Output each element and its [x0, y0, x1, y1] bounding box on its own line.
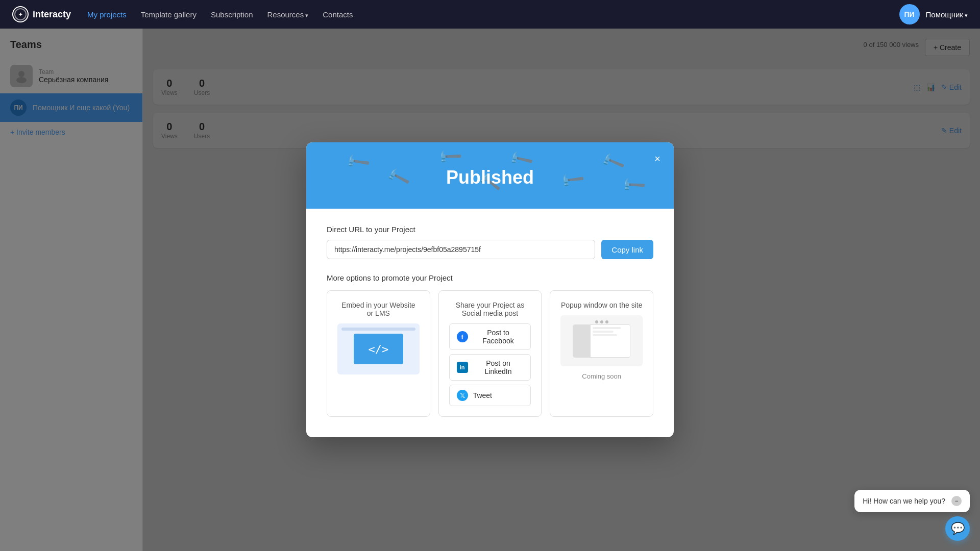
modal-title: Published	[306, 167, 674, 188]
popup-option-card: Popup window on the site	[550, 290, 653, 417]
popup-dots	[595, 320, 608, 323]
popup-dot-1	[595, 320, 598, 323]
tweet-button[interactable]: 𝕏 Tweet	[449, 385, 531, 406]
post-on-linkedin-button[interactable]: in Post on LinkedIn	[449, 354, 531, 381]
chat-messenger-icon: 💬	[951, 522, 965, 535]
popup-line-1	[593, 327, 621, 329]
social-option-card: Share your Project as Social media post …	[438, 290, 542, 417]
linkedin-icon: in	[457, 362, 468, 373]
popup-line-2	[593, 331, 614, 333]
published-modal: 🔨 🔨 🔨 🔨 🔨 🔨 🔨 🔨 × Published Direct URL t…	[306, 142, 674, 437]
popup-preview	[560, 315, 643, 366]
url-label: Direct URL to your Project	[327, 225, 653, 234]
tweet-btn-label: Tweet	[473, 391, 492, 399]
embed-code-icon: </>	[354, 334, 403, 364]
nav-links: My projects Template gallery Subscriptio…	[87, 10, 883, 19]
facebook-btn-label: Post to Facebook	[473, 329, 524, 345]
nav-contacts[interactable]: Contacts	[323, 10, 353, 19]
modal-header: 🔨 🔨 🔨 🔨 🔨 🔨 🔨 🔨 × Published	[306, 142, 674, 209]
social-card-title: Share your Project as Social media post	[449, 301, 531, 317]
social-buttons: f Post to Facebook in Post on LinkedIn 𝕏…	[449, 323, 531, 406]
embed-preview-bar	[341, 328, 415, 331]
twitter-icon: 𝕏	[457, 390, 468, 401]
nav-subscription[interactable]: Subscription	[211, 10, 253, 19]
embed-card-title: Embed in your Website or LMS	[337, 301, 420, 317]
chat-bubble-text: Hi! How can we help you?	[863, 497, 945, 505]
url-input[interactable]	[327, 240, 595, 259]
popup-preview-window	[573, 324, 630, 358]
nav-resources[interactable]: Resources	[267, 10, 309, 19]
navbar: ✦ interacty My projects Template gallery…	[0, 0, 980, 29]
avatar: ПИ	[899, 4, 920, 24]
modal-body: Direct URL to your Project Copy link Mor…	[306, 209, 674, 437]
logo-text: interacty	[33, 9, 71, 20]
logo[interactable]: ✦ interacty	[12, 6, 71, 22]
modal-close-button[interactable]: ×	[649, 151, 666, 167]
nav-template-gallery[interactable]: Template gallery	[141, 10, 197, 19]
url-row: Copy link	[327, 240, 653, 259]
nav-my-projects[interactable]: My projects	[87, 10, 127, 19]
embed-preview: </>	[337, 323, 420, 374]
linkedin-btn-label: Post on LinkedIn	[473, 359, 524, 375]
coming-soon-label: Coming soon	[582, 372, 621, 380]
post-to-facebook-button[interactable]: f Post to Facebook	[449, 323, 531, 350]
popup-preview-right	[591, 325, 630, 357]
popup-dot-3	[605, 320, 608, 323]
chat-close-button[interactable]: −	[951, 496, 962, 506]
logo-icon: ✦	[12, 6, 29, 22]
facebook-icon: f	[457, 331, 468, 342]
embed-option-card: Embed in your Website or LMS </>	[327, 290, 430, 417]
chat-bubble: Hi! How can we help you? −	[854, 490, 970, 512]
modal-overlay: 🔨 🔨 🔨 🔨 🔨 🔨 🔨 🔨 × Published Direct URL t…	[0, 29, 980, 551]
popup-preview-left	[573, 325, 590, 357]
popup-card-title: Popup window on the site	[561, 301, 643, 309]
chat-open-button[interactable]: 💬	[945, 516, 970, 541]
copy-link-button[interactable]: Copy link	[601, 240, 653, 259]
nav-right: ПИ Помощник	[899, 4, 968, 24]
options-grid: Embed in your Website or LMS </> Share y…	[327, 290, 653, 417]
popup-line-3	[593, 334, 618, 336]
main-content: Teams Team Серьёзная компания ПИ Помощни…	[0, 29, 980, 551]
popup-dot-2	[600, 320, 603, 323]
user-menu[interactable]: Помощник	[926, 10, 968, 19]
promote-label: More options to promote your Project	[327, 273, 653, 282]
chat-widget: Hi! How can we help you? − 💬	[854, 490, 970, 541]
